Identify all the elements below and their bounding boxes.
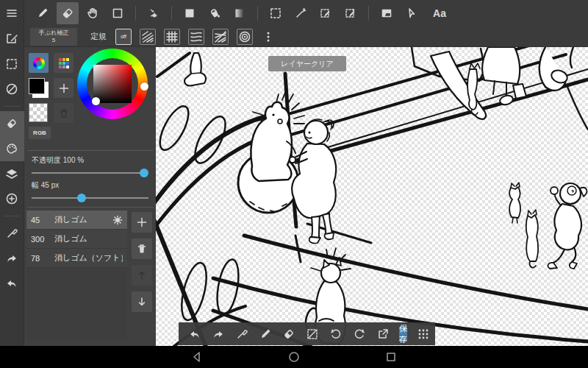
save-button[interactable]: 保存 bbox=[399, 326, 407, 342]
eyedropper-icon bbox=[235, 328, 248, 341]
plus-icon bbox=[59, 83, 69, 93]
pen-icon bbox=[259, 328, 272, 341]
curves-icon bbox=[190, 31, 202, 43]
undo-icon bbox=[188, 328, 201, 341]
tool-marquee[interactable] bbox=[265, 2, 287, 24]
tool-fill-rect[interactable] bbox=[179, 2, 201, 24]
sidebar-item-layers[interactable] bbox=[0, 161, 24, 186]
canvas-undo-button[interactable] bbox=[184, 325, 205, 344]
layer-clear-toast: レイヤークリア bbox=[268, 56, 346, 71]
tool-split-view[interactable] bbox=[376, 2, 398, 24]
delete-brush-button[interactable] bbox=[132, 238, 152, 259]
ruler-grid-button[interactable] bbox=[164, 29, 180, 45]
eraser-icon bbox=[282, 328, 295, 341]
tool-hand[interactable] bbox=[82, 2, 104, 24]
transparent-color-swatch[interactable] bbox=[29, 103, 48, 122]
canvas-deselect-button[interactable] bbox=[302, 325, 323, 344]
sidebar-item-aux[interactable] bbox=[0, 186, 24, 211]
split-panel-icon bbox=[380, 7, 393, 20]
hamburger-icon bbox=[5, 7, 18, 20]
brush-row[interactable]: 45 消しゴム bbox=[26, 210, 127, 230]
brush-list-empty bbox=[26, 268, 127, 342]
ruler-vanish-button[interactable] bbox=[212, 29, 229, 45]
canvas-eyedropper-button[interactable] bbox=[232, 325, 252, 344]
tool-eraser[interactable] bbox=[57, 2, 79, 24]
ruler-off-button[interactable]: off bbox=[115, 29, 132, 45]
sidebar-item-select[interactable] bbox=[0, 52, 24, 77]
sidebar-item-color[interactable] bbox=[0, 136, 24, 161]
vanishing-lines-icon bbox=[215, 31, 226, 43]
sidebar-item-eyedropper[interactable] bbox=[0, 221, 24, 246]
tool-magic-wand[interactable] bbox=[290, 2, 312, 24]
gear-icon[interactable] bbox=[112, 215, 123, 225]
nav-back-button[interactable] bbox=[191, 351, 203, 363]
brush-row[interactable]: 78 消しゴム（ソフト） bbox=[26, 249, 127, 268]
move-brush-up-button[interactable] bbox=[132, 265, 152, 286]
brush-name: 消しゴム（ソフト） bbox=[54, 252, 123, 263]
add-color-button[interactable] bbox=[54, 78, 74, 98]
canvas-eraser-button[interactable] bbox=[279, 325, 299, 344]
tool-text[interactable]: Aa bbox=[426, 2, 453, 24]
ruler-parallel-button[interactable] bbox=[140, 29, 156, 45]
move-brush-down-button[interactable] bbox=[132, 291, 152, 312]
color-wheel-mode-button[interactable] bbox=[29, 53, 49, 73]
save-label: 保存 bbox=[399, 323, 407, 345]
menu-button[interactable] bbox=[0, 0, 24, 26]
hue-wheel[interactable] bbox=[77, 49, 148, 119]
deselect-icon bbox=[306, 328, 319, 341]
compose-icon bbox=[5, 32, 18, 46]
sidebar-item-undo[interactable] bbox=[0, 271, 24, 296]
sidebar-item-ruler-off[interactable] bbox=[0, 77, 24, 102]
trash-icon bbox=[137, 244, 147, 254]
tool-shape[interactable] bbox=[107, 2, 129, 24]
sv-handle[interactable] bbox=[92, 97, 100, 105]
sidebar-item-redo[interactable] bbox=[0, 246, 24, 271]
add-brush-button[interactable] bbox=[132, 212, 152, 233]
canvas-redo-button[interactable] bbox=[208, 325, 229, 344]
sidebar-item-edit[interactable] bbox=[0, 26, 24, 52]
nav-home-button[interactable] bbox=[288, 351, 300, 363]
tool-move[interactable] bbox=[143, 2, 165, 24]
canvas-rotate-cw-button[interactable] bbox=[349, 325, 370, 344]
sv-square[interactable] bbox=[93, 65, 132, 103]
canvas-rotate-ccw-button[interactable] bbox=[326, 325, 346, 344]
nav-recents-button[interactable] bbox=[385, 351, 397, 363]
brush-size: 45 bbox=[31, 216, 50, 224]
opacity-slider[interactable] bbox=[32, 169, 148, 177]
arrow-down-icon bbox=[137, 297, 147, 307]
brush-section: 45 消しゴム 300 消しゴム 78 消しゴム（ソフト） bbox=[24, 208, 156, 346]
ruler-off-icon bbox=[5, 82, 18, 96]
ruler-concentric-button[interactable] bbox=[237, 29, 253, 45]
canvas-export-button[interactable] bbox=[373, 325, 393, 344]
layers-icon bbox=[5, 167, 18, 180]
left-sidebar bbox=[0, 0, 24, 346]
tool-bucket[interactable] bbox=[204, 2, 226, 24]
width-knob[interactable] bbox=[77, 194, 86, 202]
stabilizer-button[interactable]: 手ぶれ補正 5 bbox=[30, 28, 77, 46]
canvas-grid-menu-button[interactable] bbox=[413, 325, 434, 344]
rgb-mode-button[interactable]: RGB bbox=[29, 127, 51, 139]
palette-grid-button[interactable] bbox=[54, 53, 74, 73]
ruler-more-button[interactable] bbox=[261, 26, 276, 48]
current-color-swatch[interactable] bbox=[29, 78, 49, 98]
canvas-pen-button[interactable] bbox=[255, 325, 276, 344]
tool-select-pen-add[interactable] bbox=[340, 2, 362, 24]
tool-pen[interactable] bbox=[32, 2, 54, 24]
hue-handle[interactable] bbox=[140, 82, 148, 91]
drawing-canvas[interactable]: レイヤークリア bbox=[156, 47, 588, 346]
tool-cursor[interactable] bbox=[401, 2, 423, 24]
tool-select-pen[interactable] bbox=[315, 2, 337, 24]
tool-gradient[interactable] bbox=[229, 2, 251, 24]
width-slider[interactable] bbox=[32, 194, 148, 202]
brush-row[interactable]: 300 消しゴム bbox=[26, 230, 127, 249]
width-track bbox=[32, 197, 148, 199]
bucket-icon bbox=[208, 7, 221, 20]
eyedropper-icon bbox=[5, 227, 18, 240]
sidebar-item-eraser[interactable] bbox=[0, 111, 24, 136]
stabilizer-label: 手ぶれ補正 bbox=[39, 29, 68, 37]
delete-color-button[interactable] bbox=[54, 103, 74, 123]
kebab-menu-icon bbox=[267, 31, 270, 43]
opacity-knob[interactable] bbox=[140, 169, 148, 177]
sidebar-divider bbox=[4, 106, 20, 107]
ruler-curve-button[interactable] bbox=[188, 29, 204, 45]
